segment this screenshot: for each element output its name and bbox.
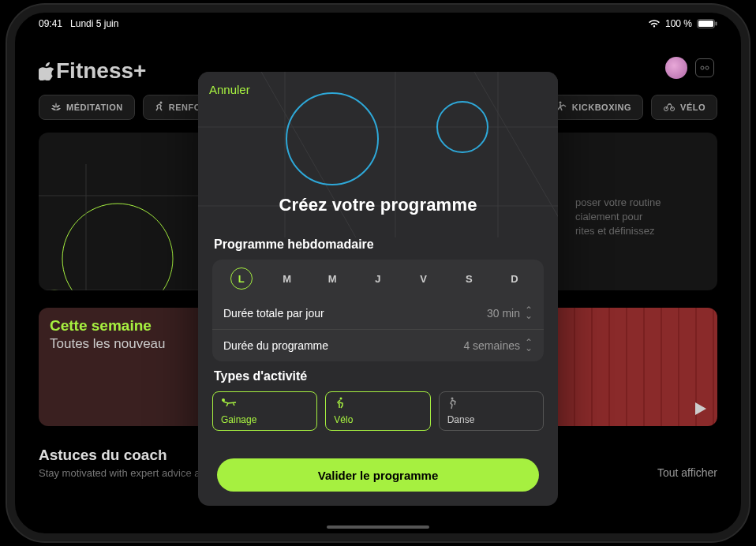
day-saturday[interactable]: S [458, 267, 480, 290]
status-time: 09:41 [39, 18, 62, 29]
svg-point-23 [222, 398, 225, 402]
wifi-icon [648, 19, 661, 28]
activity-danse[interactable]: Danse [439, 391, 544, 431]
apple-icon [39, 62, 54, 80]
row-value: 30 min [487, 307, 520, 320]
svg-point-25 [451, 398, 453, 400]
stepper-icon: ⌃⌄ [525, 308, 533, 319]
category-label: MÉDITATION [66, 103, 123, 112]
cancel-button[interactable]: Annuler [209, 83, 250, 96]
status-date: Lundi 5 juin [70, 18, 118, 29]
category-label: VÉLO [680, 103, 705, 112]
category-velo[interactable]: VÉLO [651, 95, 717, 120]
schedule-box: L M M J V S D Durée totale par jour 30 m… [212, 260, 544, 361]
core-icon [221, 397, 309, 410]
activity-picker: Gainage Vélo Danse [212, 391, 544, 431]
submit-plan-button[interactable]: Valider le programme [217, 458, 539, 492]
duration-per-day-row[interactable]: Durée totale par jour 30 min ⌃⌄ [212, 297, 544, 329]
svg-point-4 [705, 66, 709, 69]
play-icon [695, 402, 706, 415]
plan-length-row[interactable]: Durée du programme 4 semaines ⌃⌄ [212, 329, 544, 361]
svg-rect-1 [698, 21, 713, 27]
hero-description: poser votre routine cialement pour rites… [575, 196, 702, 239]
row-label: Durée totale par jour [223, 307, 324, 320]
app-logo: Fitness+ [39, 58, 146, 84]
bike-icon [334, 397, 421, 412]
modal-hero: Annuler Créez votre programme [198, 72, 558, 230]
activity-label: Gainage [221, 414, 309, 425]
lotus-icon [51, 102, 62, 113]
status-battery-pct: 100 % [665, 18, 692, 29]
weekday-picker: L M M J V S D [212, 260, 544, 297]
activity-velo[interactable]: Vélo [325, 391, 430, 431]
activity-label: Danse [447, 414, 535, 425]
svg-point-21 [286, 93, 378, 185]
svg-point-5 [159, 102, 162, 104]
category-label: KICKBOXING [572, 103, 631, 112]
day-sunday[interactable]: D [503, 267, 526, 290]
week-card-subtitle: Toutes les nouveau [50, 336, 166, 352]
battery-icon [697, 19, 717, 28]
home-indicator[interactable] [327, 525, 429, 529]
svg-rect-2 [716, 22, 717, 26]
runner-icon [155, 101, 164, 114]
day-friday[interactable]: V [413, 267, 435, 290]
status-bar: 09:41 Lundi 5 juin 100 % [15, 13, 741, 35]
row-label: Durée du programme [223, 339, 328, 352]
activity-label: Vélo [334, 414, 421, 425]
day-tuesday[interactable]: M [276, 267, 298, 290]
day-thursday[interactable]: J [367, 267, 389, 290]
summary-button[interactable] [695, 58, 714, 77]
activity-gainage[interactable]: Gainage [212, 391, 317, 431]
modal-title: Créez votre programme [198, 195, 558, 215]
svg-point-3 [701, 66, 704, 69]
stepper-icon: ⌃⌄ [525, 340, 533, 351]
bike-icon [663, 102, 676, 113]
schedule-section-label: Programme hebdomadaire [214, 237, 544, 252]
category-meditation[interactable]: MÉDITATION [39, 95, 135, 120]
svg-point-6 [559, 102, 561, 104]
show-all-link[interactable]: Tout afficher [657, 466, 717, 479]
week-card-title: Cette semaine [50, 317, 152, 335]
day-wednesday[interactable]: M [321, 267, 343, 290]
category-kickboxing[interactable]: KICKBOXING [545, 95, 643, 120]
svg-point-9 [62, 204, 173, 290]
category-label: RENFO [169, 103, 201, 112]
avatar[interactable] [665, 57, 687, 79]
row-value: 4 semaines [463, 339, 520, 352]
app-logo-text: Fitness+ [56, 58, 146, 84]
create-plan-modal: Annuler Créez votre programme Programme … [198, 72, 558, 506]
ipad-frame: 09:41 Lundi 5 juin 100 % Fitness+ [7, 5, 749, 541]
dance-icon [447, 397, 535, 412]
day-monday[interactable]: L [230, 267, 253, 290]
activities-section-label: Types d'activité [214, 369, 544, 383]
svg-point-24 [340, 398, 342, 400]
